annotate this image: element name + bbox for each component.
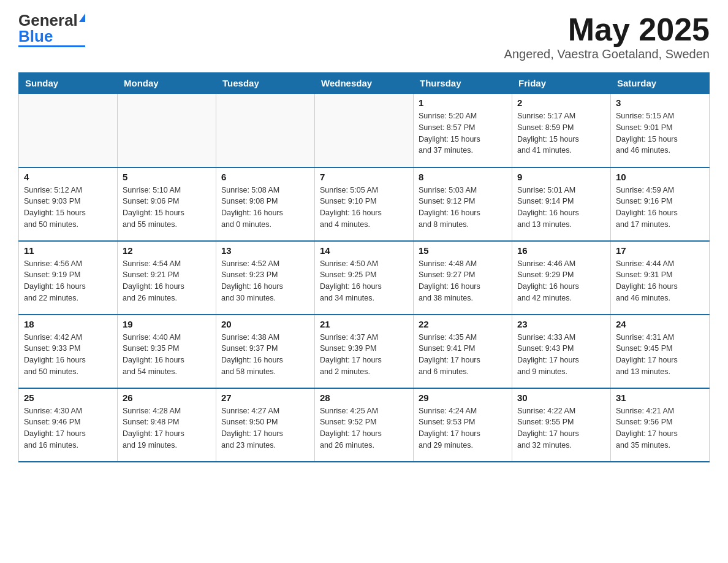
day-number: 30 <box>517 393 605 403</box>
logo-triangle-icon <box>79 13 85 22</box>
header-cell-friday: Friday <box>512 73 611 94</box>
day-cell-empty-0-1 <box>118 94 216 167</box>
day-cell-20: 20Sunrise: 4:38 AM Sunset: 9:37 PM Dayli… <box>216 315 315 388</box>
day-cell-15: 15Sunrise: 4:48 AM Sunset: 9:27 PM Dayli… <box>414 241 512 315</box>
day-cell-9: 9Sunrise: 5:01 AM Sunset: 9:14 PM Daylig… <box>512 167 611 241</box>
day-cell-17: 17Sunrise: 4:44 AM Sunset: 9:31 PM Dayli… <box>611 241 710 315</box>
day-info: Sunrise: 5:10 AM Sunset: 9:06 PM Dayligh… <box>123 185 211 231</box>
day-info: Sunrise: 4:35 AM Sunset: 9:41 PM Dayligh… <box>419 332 507 378</box>
day-info: Sunrise: 4:21 AM Sunset: 9:56 PM Dayligh… <box>616 405 704 451</box>
header-cell-wednesday: Wednesday <box>315 73 414 94</box>
day-number: 7 <box>320 172 408 182</box>
location-text: Angered, Vaestra Goetaland, Sweden <box>504 47 710 61</box>
page-header: General Blue May 2025 Angered, Vaestra G… <box>18 12 710 61</box>
day-info: Sunrise: 4:37 AM Sunset: 9:39 PM Dayligh… <box>320 332 408 378</box>
day-number: 29 <box>419 393 507 403</box>
day-cell-7: 7Sunrise: 5:05 AM Sunset: 9:10 PM Daylig… <box>315 167 414 241</box>
day-info: Sunrise: 4:48 AM Sunset: 9:27 PM Dayligh… <box>419 258 507 304</box>
day-cell-21: 21Sunrise: 4:37 AM Sunset: 9:39 PM Dayli… <box>315 315 414 388</box>
day-cell-3: 3Sunrise: 5:15 AM Sunset: 9:01 PM Daylig… <box>611 94 710 167</box>
day-number: 12 <box>123 245 211 256</box>
day-number: 22 <box>419 319 507 329</box>
day-number: 16 <box>517 245 605 256</box>
day-info: Sunrise: 4:54 AM Sunset: 9:21 PM Dayligh… <box>123 258 211 304</box>
day-info: Sunrise: 4:24 AM Sunset: 9:53 PM Dayligh… <box>419 405 507 451</box>
day-number: 25 <box>24 393 112 403</box>
day-info: Sunrise: 4:59 AM Sunset: 9:16 PM Dayligh… <box>616 185 704 231</box>
day-number: 15 <box>419 245 507 256</box>
day-cell-27: 27Sunrise: 4:27 AM Sunset: 9:50 PM Dayli… <box>216 388 315 462</box>
day-number: 6 <box>221 172 309 182</box>
day-info: Sunrise: 4:27 AM Sunset: 9:50 PM Dayligh… <box>221 405 309 451</box>
day-number: 24 <box>616 319 704 329</box>
header-cell-tuesday: Tuesday <box>216 73 315 94</box>
day-cell-22: 22Sunrise: 4:35 AM Sunset: 9:41 PM Dayli… <box>414 315 512 388</box>
logo: General Blue <box>18 12 85 47</box>
week-row-5: 25Sunrise: 4:30 AM Sunset: 9:46 PM Dayli… <box>19 388 710 462</box>
day-cell-18: 18Sunrise: 4:42 AM Sunset: 9:33 PM Dayli… <box>19 315 118 388</box>
day-cell-2: 2Sunrise: 5:17 AM Sunset: 8:59 PM Daylig… <box>512 94 611 167</box>
logo-underline <box>18 45 85 47</box>
day-info: Sunrise: 4:40 AM Sunset: 9:35 PM Dayligh… <box>123 332 211 378</box>
day-number: 14 <box>320 245 408 256</box>
day-info: Sunrise: 5:17 AM Sunset: 8:59 PM Dayligh… <box>517 110 605 156</box>
day-number: 19 <box>123 319 211 329</box>
day-number: 8 <box>419 172 507 182</box>
calendar-table: SundayMondayTuesdayWednesdayThursdayFrid… <box>18 72 710 462</box>
day-number: 2 <box>517 98 605 108</box>
header-row: SundayMondayTuesdayWednesdayThursdayFrid… <box>19 73 710 94</box>
day-info: Sunrise: 5:15 AM Sunset: 9:01 PM Dayligh… <box>616 110 704 156</box>
header-cell-saturday: Saturday <box>611 73 710 94</box>
day-cell-10: 10Sunrise: 4:59 AM Sunset: 9:16 PM Dayli… <box>611 167 710 241</box>
day-cell-31: 31Sunrise: 4:21 AM Sunset: 9:56 PM Dayli… <box>611 388 710 462</box>
day-number: 9 <box>517 172 605 182</box>
day-info: Sunrise: 4:28 AM Sunset: 9:48 PM Dayligh… <box>123 405 211 451</box>
day-cell-28: 28Sunrise: 4:25 AM Sunset: 9:52 PM Dayli… <box>315 388 414 462</box>
day-info: Sunrise: 5:20 AM Sunset: 8:57 PM Dayligh… <box>419 110 507 156</box>
day-number: 5 <box>123 172 211 182</box>
day-cell-24: 24Sunrise: 4:31 AM Sunset: 9:45 PM Dayli… <box>611 315 710 388</box>
day-number: 27 <box>221 393 309 403</box>
day-info: Sunrise: 5:03 AM Sunset: 9:12 PM Dayligh… <box>419 185 507 231</box>
day-number: 4 <box>24 172 112 182</box>
day-cell-11: 11Sunrise: 4:56 AM Sunset: 9:19 PM Dayli… <box>19 241 118 315</box>
day-cell-empty-0-0 <box>19 94 118 167</box>
day-cell-empty-0-2 <box>216 94 315 167</box>
day-cell-19: 19Sunrise: 4:40 AM Sunset: 9:35 PM Dayli… <box>118 315 216 388</box>
day-info: Sunrise: 4:31 AM Sunset: 9:45 PM Dayligh… <box>616 332 704 378</box>
day-info: Sunrise: 4:56 AM Sunset: 9:19 PM Dayligh… <box>24 258 112 304</box>
header-cell-monday: Monday <box>118 73 216 94</box>
day-number: 23 <box>517 319 605 329</box>
day-cell-25: 25Sunrise: 4:30 AM Sunset: 9:46 PM Dayli… <box>19 388 118 462</box>
day-cell-23: 23Sunrise: 4:33 AM Sunset: 9:43 PM Dayli… <box>512 315 611 388</box>
day-info: Sunrise: 5:12 AM Sunset: 9:03 PM Dayligh… <box>24 185 112 231</box>
day-cell-30: 30Sunrise: 4:22 AM Sunset: 9:55 PM Dayli… <box>512 388 611 462</box>
day-cell-13: 13Sunrise: 4:52 AM Sunset: 9:23 PM Dayli… <box>216 241 315 315</box>
logo-blue-text: Blue <box>18 28 53 44</box>
month-title: May 2025 <box>504 12 710 47</box>
day-info: Sunrise: 4:25 AM Sunset: 9:52 PM Dayligh… <box>320 405 408 451</box>
day-cell-26: 26Sunrise: 4:28 AM Sunset: 9:48 PM Dayli… <box>118 388 216 462</box>
day-number: 31 <box>616 393 704 403</box>
day-number: 13 <box>221 245 309 256</box>
week-row-3: 11Sunrise: 4:56 AM Sunset: 9:19 PM Dayli… <box>19 241 710 315</box>
day-number: 21 <box>320 319 408 329</box>
day-cell-6: 6Sunrise: 5:08 AM Sunset: 9:08 PM Daylig… <box>216 167 315 241</box>
day-number: 20 <box>221 319 309 329</box>
calendar-header: SundayMondayTuesdayWednesdayThursdayFrid… <box>19 73 710 94</box>
day-info: Sunrise: 5:05 AM Sunset: 9:10 PM Dayligh… <box>320 185 408 231</box>
day-cell-empty-0-3 <box>315 94 414 167</box>
day-number: 17 <box>616 245 704 256</box>
day-number: 10 <box>616 172 704 182</box>
day-cell-8: 8Sunrise: 5:03 AM Sunset: 9:12 PM Daylig… <box>414 167 512 241</box>
title-section: May 2025 Angered, Vaestra Goetaland, Swe… <box>504 12 710 61</box>
day-number: 1 <box>419 98 507 108</box>
day-number: 18 <box>24 319 112 329</box>
calendar-body: 1Sunrise: 5:20 AM Sunset: 8:57 PM Daylig… <box>19 94 710 462</box>
day-info: Sunrise: 4:52 AM Sunset: 9:23 PM Dayligh… <box>221 258 309 304</box>
week-row-2: 4Sunrise: 5:12 AM Sunset: 9:03 PM Daylig… <box>19 167 710 241</box>
day-info: Sunrise: 5:08 AM Sunset: 9:08 PM Dayligh… <box>221 185 309 231</box>
week-row-1: 1Sunrise: 5:20 AM Sunset: 8:57 PM Daylig… <box>19 94 710 167</box>
day-info: Sunrise: 4:22 AM Sunset: 9:55 PM Dayligh… <box>517 405 605 451</box>
day-info: Sunrise: 4:46 AM Sunset: 9:29 PM Dayligh… <box>517 258 605 304</box>
